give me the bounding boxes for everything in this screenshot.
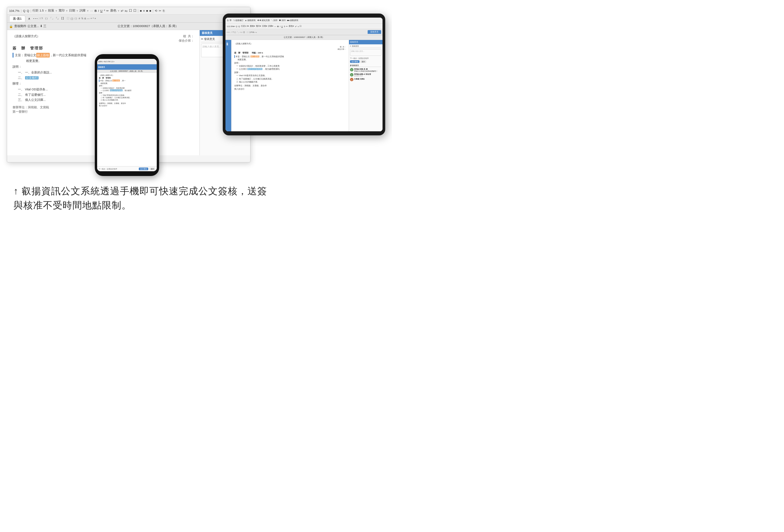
undo-btn[interactable]: ⟲ xyxy=(155,9,157,13)
line-spacing-btn[interactable]: 行距 1.5 xyxy=(32,8,44,13)
t-sep: — xyxy=(274,25,276,27)
t-comment-3-content: 文康處 文康佑 xyxy=(354,78,365,80)
t-docs-btn[interactable]: ■■ 啟動拼寫 xyxy=(287,19,298,22)
tablet-body: 目 錄 進 度 （請接人按辦方式） 核 次：保合介班： 簽 辦 管理部 時點：1… xyxy=(225,40,383,131)
zoom-level[interactable]: 104.7% xyxy=(9,9,20,13)
t-return-btn[interactable]: 退回 xyxy=(360,60,366,63)
date-btn[interactable]: 日期 xyxy=(69,8,75,13)
bold-btn[interactable]: B xyxy=(94,9,97,13)
t-highlight2[interactable]: ✏ xyxy=(286,25,288,27)
t-sidebar-label[interactable]: 目 錄 進 度 xyxy=(225,40,230,43)
p-return-btn[interactable]: 退回 xyxy=(149,168,155,170)
p-dept-title: 簽 辦 管理部 xyxy=(99,77,155,79)
phone-screen: 105% • 4b 5 FHI 1.5 • 簽核意見 公文文號：109D0008… xyxy=(97,59,157,171)
align-center-btn[interactable]: ≡ xyxy=(143,9,145,13)
t-comment-1-text: 雲端公文系統完成系統調解明！ xyxy=(354,70,378,72)
superscript-btn[interactable]: x² xyxy=(121,9,124,13)
t-r3: 三 個人公文詞備義方便。 xyxy=(236,81,346,83)
paragraph-btn[interactable]: 段落 xyxy=(48,8,54,13)
desktop-tab-active[interactable]: 蒸-蒸1 xyxy=(9,16,25,22)
t-comments-section: 參 簽核意見 xyxy=(350,64,382,67)
item1-num: 一、 xyxy=(18,71,24,74)
tab-expand-icon[interactable]: ∧ xyxy=(28,17,30,20)
t-paragraph[interactable]: 厘格▾ xyxy=(250,25,255,28)
subject-text1: 雲端公文 xyxy=(24,53,36,58)
t-line-spacing[interactable]: 行距1.5▾ xyxy=(241,25,249,28)
t-spell2[interactable]: 詞庫▾ xyxy=(268,25,273,28)
align-right-btn[interactable]: ■ xyxy=(146,9,148,13)
p-desc-label: 說明： xyxy=(99,85,155,87)
strikethrough-btn[interactable]: ⁠ᵟ xyxy=(104,9,105,13)
r3-text: 個人公文詞庫... xyxy=(25,98,46,102)
t-r1: 一 Vital OD提供安全的公文簽核。 xyxy=(236,74,346,77)
subscript-btn[interactable]: x₂ xyxy=(125,9,128,13)
t-simplify-btn[interactable]: ◀◀ 縮化完善 xyxy=(257,19,270,22)
t-underline[interactable]: U xyxy=(281,25,283,27)
t-subject-row: 本旨：雲端公文 線上簽核 ，新一代公文系統提供雲核 xyxy=(234,55,346,58)
t-italic[interactable]: I xyxy=(280,25,280,27)
indent-btn[interactable]: 寬印 xyxy=(59,8,65,13)
t-track-btn[interactable]: つ 追蹤修訂 xyxy=(233,19,244,22)
r2-label: 二、 xyxy=(18,93,24,96)
highlight-btn[interactable]: ✏ xyxy=(106,9,109,13)
t-indent[interactable]: 寬印▾ xyxy=(256,25,261,28)
t-strike[interactable]: S xyxy=(284,25,285,27)
t-comments-subheader[interactable]: ✏ 發表意見 xyxy=(350,45,382,48)
t-bold[interactable]: B xyxy=(277,25,279,27)
t-zoom-out[interactable]: Q xyxy=(236,25,237,27)
toolbar-magnify-decrease[interactable]: Q xyxy=(23,9,25,13)
cut-btn[interactable]: ✂ xyxy=(159,9,161,13)
frame1-btn[interactable]: 囗 xyxy=(129,8,132,13)
t-comment-2-time: 0304/45 13:22 xyxy=(354,75,371,77)
t-item1: 一 全新的介面設計，色彩更多變，工作心境更美 xyxy=(236,65,346,67)
tablet-doc: （請接人按辦方式） 核 次：保合介班： 簽 辦 管理部 時點：100 b 本旨：… xyxy=(232,40,349,131)
t-next-label-text: 下一批次：設置設定程序 xyxy=(350,57,369,59)
t-item2-text: 一 公文填行 xyxy=(236,68,247,70)
align-left-btn[interactable]: ■ xyxy=(140,9,141,13)
t-color[interactable]: 顏色▾ xyxy=(289,25,294,28)
underline-btn[interactable]: U xyxy=(100,9,103,13)
spell-btn[interactable]: 詞庫 xyxy=(80,8,86,13)
t-avatar-1-text: 管 xyxy=(351,69,352,71)
frame2-btn[interactable]: 囗 xyxy=(133,8,136,13)
toolbar-magnify-increase[interactable]: Q xyxy=(27,9,29,13)
main-container: 104.7% | Q Q | 行距 1.5 ▾ 段落 ▾ 寬印 ▾ 日期 ▾ 詞… xyxy=(7,7,385,213)
tablet-toolbar2: 112.0%▾ Q Q 行距1.5▾ 厘格▾ 寬印▾ 日期▾ 詞庫▾ — B I… xyxy=(225,24,383,29)
p-subject-row: 本旨：雲端公文 線上簽核 ，新一 xyxy=(99,80,155,82)
t-copy-btn[interactable]: ╲ 刻作 xyxy=(271,19,278,22)
p-petition: （請接人按辦方式） xyxy=(99,74,155,76)
t-sub[interactable]: x xyxy=(298,25,299,27)
t-sup[interactable]: x² xyxy=(295,25,297,27)
justify-btn[interactable]: ■ xyxy=(149,9,151,13)
t-frame[interactable]: 口 xyxy=(300,25,302,28)
p-approve-btn[interactable]: 送出審核 xyxy=(139,168,148,170)
tablet-comments-panel: 簽核意見 ✏ 發表意見 請輸入個人意見... 下一批次：設置設定程序 送出審核 xyxy=(349,40,383,131)
tablet-tab-active[interactable]: 簽核意見 xyxy=(368,30,381,34)
phone-footer: 下一批次：設置設定程序 送出審核 退回 xyxy=(97,166,157,171)
phone-doc: （請接人按辦方式） 簽 辦 管理部 本旨：雲端公文 線上簽核 ，新一 相更直覺。… xyxy=(97,73,157,166)
t-header-row: 核 次：保合介班： xyxy=(234,45,346,51)
t-approve-btn[interactable]: 送出審核 xyxy=(350,60,360,63)
p-tab-label[interactable]: 簽核意見 xyxy=(98,66,105,68)
t-comments-header: 簽核意見 xyxy=(349,40,383,44)
t-zoom-in[interactable]: Q xyxy=(238,25,240,27)
t-comments-placeholder: 請輸入個人意見... xyxy=(351,50,364,52)
paste-btn[interactable]: ⎘ xyxy=(163,9,165,13)
t-item2-highlight: 核文活式多程核 xyxy=(247,68,262,70)
p-r1: 一 Vital OD提供安全的公文簽核。 xyxy=(101,94,155,96)
t-share-icon[interactable]: 合 學 xyxy=(227,19,232,22)
tablet-doc-title: 公文文號：109D000827（承辦人員：系‧周） xyxy=(225,35,383,40)
t-r2: 二 有了追蹤修訂，公文修訂記錄真清是。 xyxy=(236,77,346,80)
italic-btn[interactable]: I xyxy=(98,9,99,13)
t-print-btn[interactable]: ◆ 刻印 xyxy=(279,19,286,22)
t-avatar-2: 管 xyxy=(350,73,353,76)
t-spell-btn[interactable]: ▲ 啟動拼寫 xyxy=(245,19,256,22)
t-comment-1-content: 管理組 科職-系‧廣 雲端公文系統完成系統調解明！ xyxy=(354,68,378,72)
comments-placeholder: 請輸入個人意見... xyxy=(202,45,221,48)
doc-nav-left[interactable]: 查核郵件 公文查... ⬇ 三 xyxy=(14,24,46,28)
t-zoom[interactable]: 112.0%▾ xyxy=(227,25,235,27)
color-btn[interactable]: 顏色 xyxy=(110,8,116,13)
desktop-tabbar: 蒸-蒸1 ∧ • • • : ! ? （）「」『』【】〔〕{ }（）# ％ & … xyxy=(7,15,250,23)
t-comments-input[interactable]: 請輸入個人意見... xyxy=(350,49,382,56)
t-date[interactable]: 日期▾ xyxy=(262,25,267,28)
